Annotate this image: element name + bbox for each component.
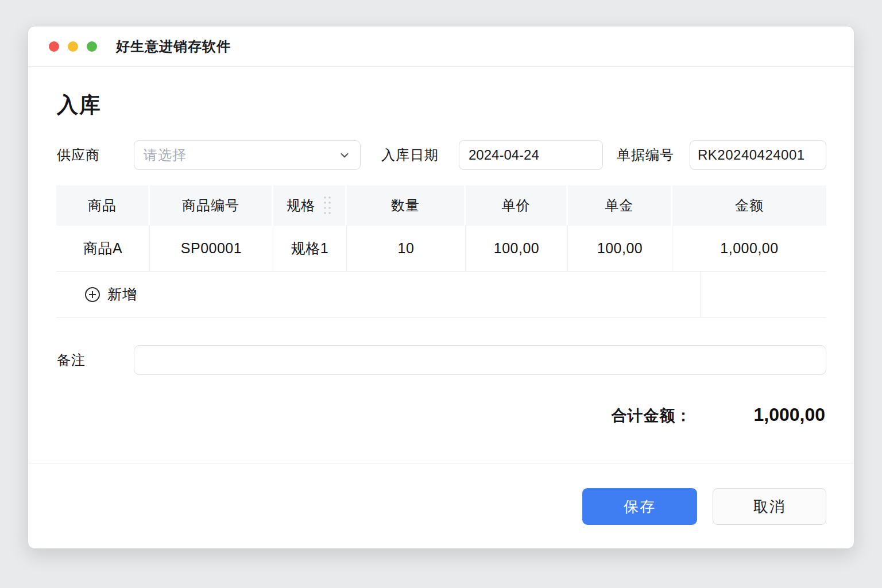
app-window: 好生意进销存软件 入库 供应商 请选择 入库日期 2024-04-24 单据编号… (28, 26, 854, 549)
cell-product[interactable]: 商品A (56, 226, 150, 271)
header-form: 供应商 请选择 入库日期 2024-04-24 单据编号 RK202404240… (28, 140, 854, 170)
date-label: 入库日期 (381, 140, 439, 170)
supplier-select-placeholder: 请选择 (144, 146, 187, 164)
footer-divider (28, 463, 854, 463)
window-title: 好生意进销存软件 (116, 37, 231, 56)
notes-input[interactable] (134, 345, 826, 375)
close-window-icon[interactable] (49, 41, 59, 52)
column-header-product: 商品 (56, 185, 150, 226)
title-bar: 好生意进销存软件 (28, 26, 854, 67)
total-row: 合计金额： 1,000,00 (611, 404, 825, 426)
total-label: 合计金额： (611, 405, 691, 426)
notes-row: 备注 (28, 345, 854, 375)
items-table: 商品 商品编号 规格 数量 单价 单金 金额 商品A SP0000 (56, 185, 826, 318)
column-header-spec: 规格 (273, 185, 347, 226)
date-input[interactable]: 2024-04-24 (459, 140, 603, 170)
cell-unit-amount[interactable]: 100,00 (568, 226, 672, 271)
add-row-label: 新增 (107, 285, 137, 304)
chevron-down-icon (338, 149, 351, 161)
cancel-button[interactable]: 取消 (713, 488, 826, 525)
notes-label: 备注 (57, 345, 86, 375)
doc-number-input[interactable]: RK20240424001 (690, 140, 826, 170)
total-value: 1,000,00 (753, 404, 825, 425)
column-header-spec-label: 规格 (287, 196, 315, 215)
column-header-product-code: 商品编号 (150, 185, 273, 226)
minimize-window-icon[interactable] (68, 41, 78, 52)
table-header-row: 商品 商品编号 规格 数量 单价 单金 金额 (56, 185, 826, 226)
table-row: 商品A SP00001 规格1 10 100,00 100,00 1,000,0… (56, 226, 826, 272)
zoom-window-icon[interactable] (87, 41, 97, 52)
drag-dots-icon[interactable] (323, 195, 332, 216)
column-header-amount: 金额 (672, 185, 826, 226)
page-title: 入库 (57, 91, 102, 119)
supplier-label: 供应商 (57, 140, 100, 170)
cell-spec[interactable]: 规格1 (273, 226, 347, 271)
amount-column-divider (700, 272, 701, 317)
column-header-quantity: 数量 (347, 185, 466, 226)
window-controls (49, 41, 97, 52)
save-button[interactable]: 保存 (582, 488, 697, 525)
cell-quantity[interactable]: 10 (347, 226, 466, 271)
cell-amount[interactable]: 1,000,00 (672, 226, 826, 271)
column-header-unit-amount: 单金 (568, 185, 672, 226)
add-row-button[interactable]: 新增 (56, 272, 826, 318)
column-header-unit-price: 单价 (466, 185, 568, 226)
circle-plus-icon (85, 287, 100, 302)
cell-product-code[interactable]: SP00001 (150, 226, 273, 271)
doc-number-label: 单据编号 (617, 140, 674, 170)
supplier-select[interactable]: 请选择 (134, 140, 361, 170)
cell-unit-price[interactable]: 100,00 (466, 226, 568, 271)
